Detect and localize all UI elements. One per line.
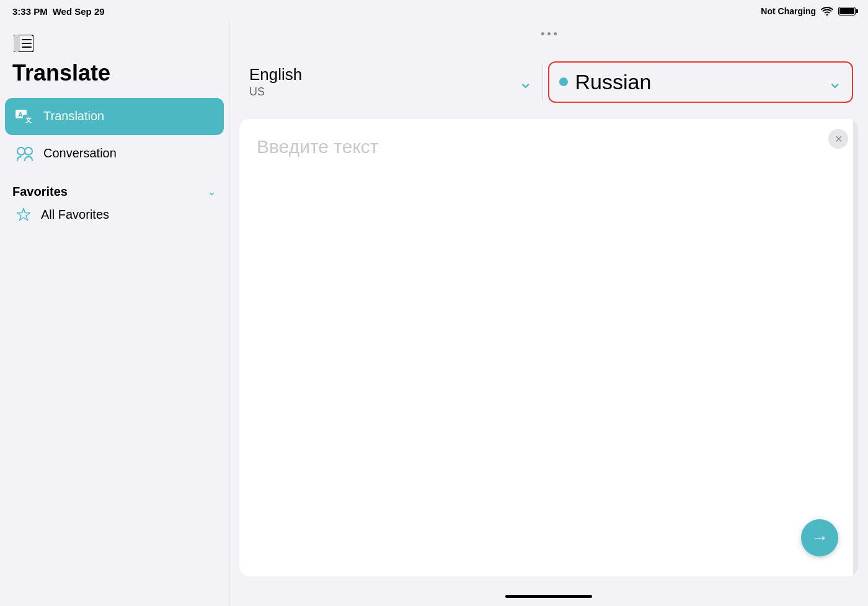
dot-1: [541, 32, 544, 35]
app-title-container: Translate: [0, 61, 229, 95]
favorites-title: Favorites: [12, 185, 68, 199]
battery-container: [838, 7, 856, 15]
app-title: Translate: [12, 61, 110, 86]
home-indicator: [229, 586, 868, 606]
favorites-section: Favorites ⌄ All Favorites: [0, 175, 229, 236]
target-language-name: Russian: [575, 70, 652, 94]
svg-text:A: A: [18, 111, 23, 118]
conversation-icon: [15, 144, 35, 164]
svg-point-10: [25, 147, 32, 155]
submit-button[interactable]: →: [801, 519, 838, 556]
status-bar-right: Not Charging: [761, 6, 856, 16]
favorites-header[interactable]: Favorites ⌄: [12, 185, 216, 199]
source-language-info: English US: [249, 65, 302, 99]
target-language-selector[interactable]: Russian ⌄: [548, 61, 854, 103]
target-language-dot: [559, 77, 568, 86]
favorites-chevron-icon: ⌄: [207, 185, 216, 198]
scrollbar[interactable]: [853, 119, 858, 576]
translation-area[interactable]: Введите текст ✕ →: [239, 119, 858, 576]
sidebar-toggle-icon[interactable]: [12, 32, 35, 55]
three-dots-area: [229, 22, 868, 45]
date: Wed Sep 29: [53, 6, 105, 17]
source-language-name: English: [249, 65, 302, 84]
sidebar-header: [0, 22, 229, 61]
status-bar-left: 3:33 PM Wed Sep 29: [12, 6, 105, 17]
source-language-region: US: [249, 86, 302, 99]
dot-3: [554, 32, 557, 35]
svg-point-9: [17, 147, 25, 155]
close-button[interactable]: ✕: [828, 129, 848, 149]
sidebar-item-conversation[interactable]: Conversation: [5, 135, 224, 172]
status-bar: 3:33 PM Wed Sep 29 Not Charging: [0, 0, 868, 22]
source-language-chevron-icon: ⌄: [518, 72, 533, 92]
all-favorites-item[interactable]: All Favorites: [12, 199, 216, 231]
star-icon: [15, 206, 32, 224]
wifi-icon: [821, 7, 833, 15]
language-bar: English US ⌄ Russian ⌄: [229, 45, 868, 119]
home-bar: [505, 595, 592, 598]
translation-placeholder: Введите текст: [257, 136, 379, 157]
target-language-chevron-icon: ⌄: [828, 72, 842, 92]
language-divider: [542, 63, 543, 100]
target-language-content: Russian: [559, 70, 652, 94]
close-icon: ✕: [835, 133, 843, 145]
battery-fill: [839, 8, 854, 14]
main-content: English US ⌄ Russian ⌄ Введите текст ✕: [229, 22, 868, 606]
app-container: Translate A 文 Translation: [0, 22, 868, 606]
battery-icon: [838, 7, 856, 15]
arrow-right-icon: →: [811, 528, 828, 548]
sidebar: Translate A 文 Translation: [0, 22, 229, 606]
sidebar-item-translation[interactable]: A 文 Translation: [5, 98, 224, 135]
source-language-selector[interactable]: English US ⌄: [239, 58, 542, 106]
not-charging-label: Not Charging: [761, 6, 816, 16]
all-favorites-label: All Favorites: [41, 208, 109, 222]
conversation-label: Conversation: [43, 146, 117, 160]
time: 3:33 PM: [12, 6, 48, 17]
dot-2: [547, 32, 551, 35]
svg-rect-1: [14, 35, 20, 52]
sidebar-nav: A 文 Translation Conversation: [0, 95, 229, 175]
translation-label: Translation: [43, 109, 104, 123]
translation-icon: A 文: [15, 107, 35, 126]
svg-text:文: 文: [25, 116, 32, 123]
